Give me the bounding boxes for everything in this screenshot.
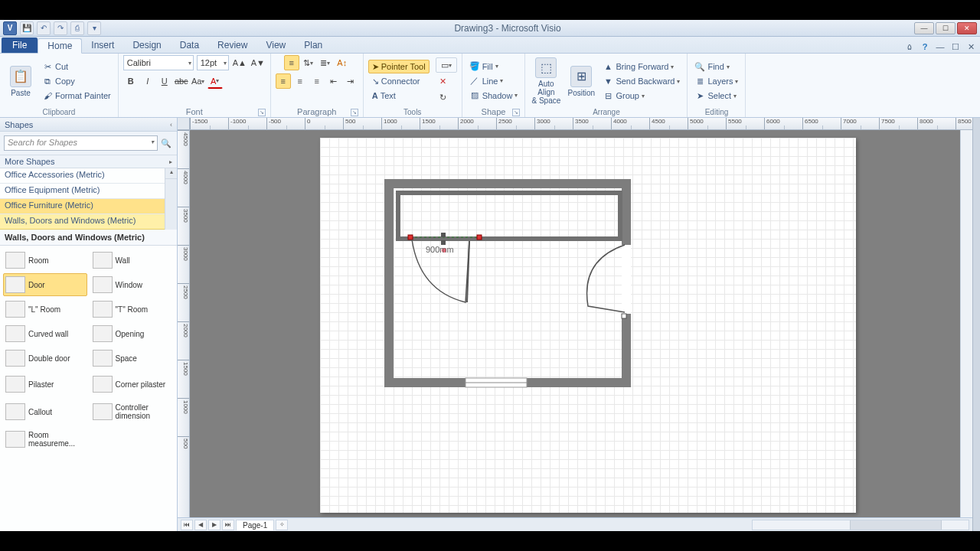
- tab-design[interactable]: Design: [123, 37, 170, 53]
- shape-item-room-measureme-[interactable]: Room measureme...: [3, 426, 87, 452]
- new-page-button[interactable]: ✧: [276, 520, 288, 530]
- layers-button[interactable]: ≣Layers: [692, 74, 740, 88]
- find-button[interactable]: 🔍Find: [692, 60, 740, 73]
- bring-forward-button[interactable]: ▲Bring Forward: [600, 60, 682, 73]
- copy-button[interactable]: ⧉Copy: [40, 74, 113, 88]
- strike-button[interactable]: abc: [174, 73, 189, 89]
- shadow-button[interactable]: ▨Shadow: [467, 89, 521, 103]
- window-close-icon[interactable]: ✕: [965, 41, 977, 53]
- tab-plan[interactable]: Plan: [295, 37, 332, 53]
- paragraph-launcher[interactable]: ↘: [351, 109, 358, 116]
- tab-file[interactable]: File: [2, 37, 38, 53]
- stencil-office-equipment[interactable]: Office Equipment (Metric): [0, 184, 177, 199]
- rotate-tool-button[interactable]: ↻: [436, 90, 451, 105]
- maximize-button[interactable]: ☐: [936, 22, 956, 34]
- shape-item--t-room[interactable]: "T" Room: [90, 298, 175, 321]
- rectangle-tool-button[interactable]: ▭: [436, 57, 457, 73]
- shape-item-pilaster[interactable]: Pilaster: [3, 371, 87, 397]
- bullets-button[interactable]: ≣: [318, 55, 333, 70]
- send-backward-button[interactable]: ▼Send Backward: [600, 74, 682, 88]
- shape-item-window[interactable]: Window: [90, 273, 175, 296]
- group-button[interactable]: ⊟Group: [600, 89, 682, 103]
- position-button[interactable]: ⊞Position: [565, 57, 597, 105]
- search-shapes-input[interactable]: Search for Shapes: [4, 135, 158, 151]
- shape-item--l-room[interactable]: "L" Room: [3, 298, 87, 321]
- page-tab[interactable]: Page-1: [236, 520, 274, 530]
- auto-align-button[interactable]: ⬚Auto Align & Space: [530, 57, 562, 105]
- shapes-pane-close-icon[interactable]: ‹: [170, 121, 172, 129]
- font-color-button[interactable]: A: [207, 73, 223, 89]
- tab-view[interactable]: View: [256, 37, 295, 53]
- tab-insert[interactable]: Insert: [82, 37, 123, 53]
- selected-door[interactable]: [408, 233, 482, 302]
- decrease-indent-button[interactable]: ⇤: [326, 73, 341, 89]
- shape-launcher[interactable]: ↘: [512, 109, 520, 116]
- horizontal-scrollbar[interactable]: [752, 520, 969, 530]
- font-family-combo[interactable]: Calibri: [123, 55, 194, 70]
- increase-indent-button[interactable]: ⇥: [343, 73, 358, 89]
- undo-icon[interactable]: ↶: [37, 21, 51, 35]
- shape-item-room[interactable]: Room: [3, 249, 87, 272]
- cut-button[interactable]: ✂Cut: [40, 60, 113, 73]
- stencil-scrollbar[interactable]: ▴: [165, 168, 177, 230]
- case-button[interactable]: Aa: [191, 73, 206, 89]
- pointer-tool-button[interactable]: ➤Pointer Tool: [368, 60, 430, 73]
- shape-item-double-door[interactable]: Double door: [3, 347, 87, 370]
- align-right-button[interactable]: ≡: [309, 73, 325, 89]
- shrink-font-button[interactable]: A▼: [250, 55, 266, 70]
- shape-item-space[interactable]: Space: [90, 347, 175, 370]
- align-top-button[interactable]: ≡: [284, 55, 299, 70]
- align-left-button[interactable]: ≡: [276, 73, 291, 89]
- paste-button[interactable]: 📋 Paste: [5, 57, 37, 105]
- align-center-button[interactable]: ≡: [292, 73, 308, 89]
- font-size-combo[interactable]: 12pt: [197, 55, 229, 70]
- connector-tool-button[interactable]: ↘Connector: [368, 74, 430, 88]
- page-last-button[interactable]: ⏭: [222, 520, 234, 530]
- tab-data[interactable]: Data: [171, 37, 208, 53]
- stencil-office-furniture[interactable]: Office Furniture (Metric): [0, 199, 177, 214]
- shape-item-corner-pilaster[interactable]: Corner pilaster: [90, 371, 175, 397]
- print-icon[interactable]: ⎙: [70, 21, 84, 35]
- save-icon[interactable]: 💾: [20, 21, 34, 35]
- delete-tool-button[interactable]: ✕: [436, 73, 451, 89]
- window-restore-icon[interactable]: ☐: [949, 41, 962, 53]
- italic-button[interactable]: I: [140, 73, 155, 89]
- close-button[interactable]: ✕: [957, 22, 977, 34]
- more-shapes-header[interactable]: More Shapes▸: [0, 155, 177, 168]
- window-min-icon[interactable]: —: [934, 41, 946, 53]
- grow-font-button[interactable]: A▲: [232, 55, 247, 70]
- shape-item-door[interactable]: Door: [3, 273, 87, 296]
- help-icon[interactable]: ?: [919, 41, 931, 53]
- format-painter-button[interactable]: 🖌Format Painter: [40, 89, 113, 103]
- minimize-ribbon-icon[interactable]: ۵: [903, 41, 916, 53]
- shape-item-wall[interactable]: Wall: [90, 249, 175, 272]
- vertical-scrollbar[interactable]: [960, 130, 972, 517]
- bold-button[interactable]: B: [123, 73, 139, 89]
- page-next-button[interactable]: ▶: [208, 520, 220, 530]
- shape-item-controller-dimension[interactable]: Controller dimension: [90, 399, 175, 425]
- fill-button[interactable]: 🪣Fill: [467, 60, 521, 73]
- tab-home[interactable]: Home: [38, 38, 82, 54]
- qat-customize-icon[interactable]: ▾: [87, 21, 101, 35]
- shape-item-curved-wall[interactable]: Curved wall: [3, 322, 87, 345]
- page-first-button[interactable]: ⏮: [181, 520, 193, 530]
- minimize-button[interactable]: —: [914, 22, 934, 34]
- valign-button[interactable]: ⇅: [301, 55, 316, 70]
- page-prev-button[interactable]: ◀: [194, 520, 207, 530]
- select-button[interactable]: ➤Select: [692, 89, 740, 103]
- visio-icon[interactable]: V: [3, 21, 17, 35]
- search-icon[interactable]: 🔍: [159, 135, 173, 151]
- font-launcher[interactable]: ↘: [258, 109, 266, 116]
- tab-review[interactable]: Review: [208, 37, 256, 53]
- right-task-pane-strip[interactable]: [972, 118, 980, 531]
- stencil-office-accessories[interactable]: Office Accessories (Metric): [0, 168, 177, 184]
- shape-item-callout[interactable]: Callout: [3, 399, 87, 425]
- text-tool-button[interactable]: AText: [368, 89, 430, 103]
- canvas-viewport[interactable]: 900mm: [190, 130, 972, 517]
- line-button[interactable]: ／Line: [467, 74, 521, 88]
- redo-icon[interactable]: ↷: [54, 21, 67, 35]
- stencil-walls-doors-windows[interactable]: Walls, Doors and Windows (Metric): [0, 214, 177, 230]
- text-direction-button[interactable]: A↕: [335, 55, 350, 70]
- drawing-page[interactable]: 900mm: [320, 138, 856, 513]
- underline-button[interactable]: U: [157, 73, 172, 89]
